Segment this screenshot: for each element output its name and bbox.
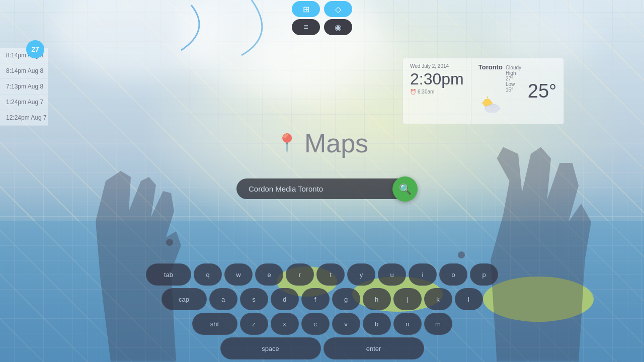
search-button[interactable]: 🔍 [392,176,418,202]
k-key[interactable]: k [424,288,452,310]
notification-badge: 27 [26,40,44,58]
weather-info-panel: Toronto Cloudy High 27° Low 15° [471,58,565,124]
g-key[interactable]: g [332,288,360,310]
o-key[interactable]: o [439,263,467,286]
b-key[interactable]: b [363,313,391,335]
search-icon: 🔍 [399,183,412,195]
s-key[interactable]: s [240,288,268,310]
weather-alarm: ⏰ 6:30am [410,89,464,95]
weather-widget: Wed July 2, 2014 2:30pm ⏰ 6:30am Toronto… [403,58,551,124]
q-key[interactable]: q [194,263,222,286]
tab-key[interactable]: tab [146,263,191,286]
t-key[interactable]: t [316,263,345,286]
d-key[interactable]: d [271,288,299,310]
keyboard-row-4: space enter [116,337,528,359]
keyboard-row-3: sht z x c v b n m [116,313,528,335]
sidebar-item[interactable]: 7:13pm Aug 8 [0,79,48,95]
app-title: Maps [304,128,368,158]
sidebar: 27 8:14pm Aug 8 8:14pm Aug 8 7:13pm Aug … [0,48,48,126]
svg-point-8 [486,108,499,113]
z-key[interactable]: z [240,313,268,335]
r-key[interactable]: r [286,263,314,286]
y-key[interactable]: y [347,263,375,286]
l-key[interactable]: l [455,288,483,310]
i-key[interactable]: i [409,263,437,286]
virtual-keyboard: tab q w e r t y u i o p cap a s d f g h … [116,263,528,362]
weather-text: Toronto Cloudy High 27° Low 15° [478,63,523,119]
weather-condition: Cloudy High 27° Low 15° [506,65,523,93]
map-pin-2 [458,251,465,258]
sidebar-item[interactable]: 8:14pm Aug 8 [0,63,48,79]
w-key[interactable]: w [224,263,253,286]
ar-button[interactable]: ◇ [324,1,352,17]
weather-date: Wed July 2, 2014 [410,63,464,69]
u-key[interactable]: u [378,263,406,286]
toolbar-row-2: ≡ ◉ [292,19,352,35]
sidebar-item[interactable]: 1:24pm Aug 7 [0,95,48,110]
city-name: Toronto [478,63,503,71]
n-key[interactable]: n [393,313,422,335]
cap-key[interactable]: cap [162,288,207,310]
weather-time-display: 2:30pm [410,71,464,87]
search-input[interactable] [236,178,408,199]
f-key[interactable]: f [301,288,330,310]
grid-button[interactable]: ⊞ [292,1,320,17]
keyboard-row-1: tab q w e r t y u i o p [116,263,528,286]
a-key[interactable]: a [209,288,237,310]
location-pin-icon: 📍 [276,133,298,154]
v-key[interactable]: v [332,313,360,335]
x-key[interactable]: x [271,313,299,335]
weather-time-panel: Wed July 2, 2014 2:30pm ⏰ 6:30am [403,58,471,124]
weather-icon [478,93,503,117]
keyboard-row-2: cap a s d f g h j k l [116,288,528,310]
sidebar-item[interactable]: 12:24pm Aug 7 [0,110,48,126]
shift-key[interactable]: sht [192,313,237,335]
toolbar-row-1: ⊞ ◇ [292,1,352,17]
display-button[interactable]: ≡ [292,19,320,35]
enter-key[interactable]: enter [324,337,424,359]
map-pin-1 [166,239,173,246]
space-key[interactable]: space [220,337,321,359]
clock-icon: ⏰ [410,89,416,95]
p-key[interactable]: p [470,263,498,286]
j-key[interactable]: j [393,288,422,310]
c-key[interactable]: c [301,313,330,335]
temperature-display: 25° [528,80,556,102]
toolbar: ⊞ ◇ ≡ ◉ [292,0,352,35]
m-key[interactable]: m [424,313,452,335]
search-bar: 🔍 [236,178,408,199]
eye-button[interactable]: ◉ [324,19,352,35]
maps-title: 📍 Maps [276,128,368,158]
e-key[interactable]: e [255,263,283,286]
h-key[interactable]: h [363,288,391,310]
